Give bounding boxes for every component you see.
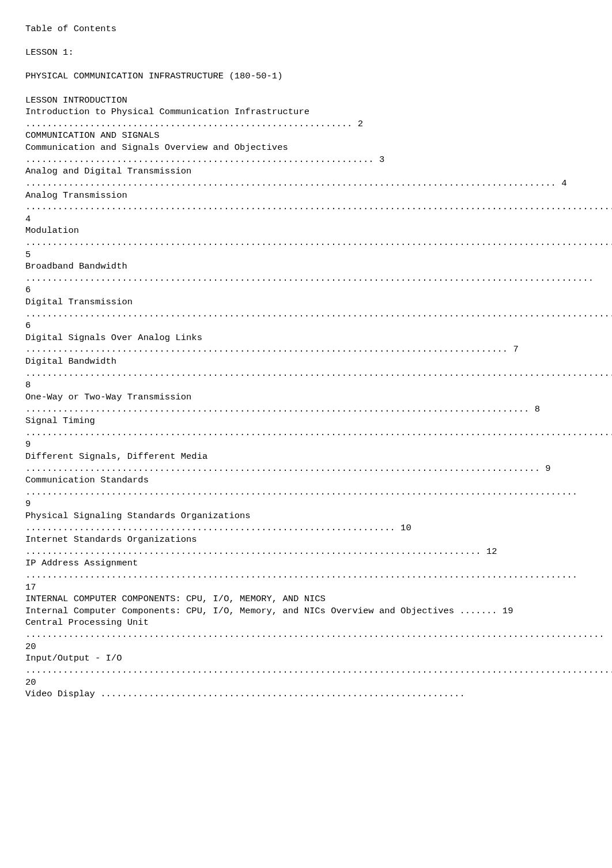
toc-entry: One-Way or Two-Way Transmission ........… (25, 392, 540, 414)
toc-entry: Digital Signals Over Analog Links ......… (25, 333, 519, 355)
toc-entry: Signal Timing ..........................… (25, 416, 612, 450)
section-heading: INTERNAL COMPUTER COMPONENTS: CPU, I/O, … (25, 594, 326, 604)
toc-entry: Modulation .............................… (25, 225, 612, 259)
toc-entry: Digital Bandwidth ......................… (25, 356, 612, 390)
toc-entry: Digital Transmission ...................… (25, 297, 612, 331)
toc-page: Table of Contents LESSON 1: PHYSICAL COM… (0, 0, 612, 723)
section-heading: COMMUNICATION AND SIGNALS (25, 130, 160, 141)
toc-entry: Central Processing Unit ................… (25, 617, 610, 651)
toc-entry: Different Signals, Different Media .....… (25, 451, 551, 474)
lesson-heading: LESSON 1: (25, 47, 74, 58)
toc-header: Table of Contents (25, 24, 116, 34)
section-heading: LESSON INTRODUCTION (25, 95, 127, 105)
toc-entry: Physical Signaling Standards Organizatio… (25, 511, 411, 533)
toc-entry: Input/Output - I/O .....................… (25, 653, 612, 687)
lesson-title: PHYSICAL COMMUNICATION INFRASTRUCTURE (1… (25, 71, 282, 81)
toc-entry: Internet Standards Organizations .......… (25, 534, 497, 557)
toc-entry: Video Display ..........................… (25, 689, 465, 699)
toc-entry: Communication and Signals Overview and O… (25, 142, 384, 165)
toc-entry: Introduction to Physical Communication I… (25, 107, 363, 129)
toc-entry: Broadband Bandwidth ....................… (25, 261, 599, 295)
toc-entry: IP Address Assignment ..................… (25, 558, 583, 592)
toc-entry: Internal Computer Components: CPU, I/O, … (25, 606, 513, 616)
toc-entry: Communication Standards ................… (25, 475, 583, 509)
toc-entry: Analog Transmission ....................… (25, 190, 612, 224)
toc-entry: Analog and Digital Transmission ........… (25, 166, 566, 188)
